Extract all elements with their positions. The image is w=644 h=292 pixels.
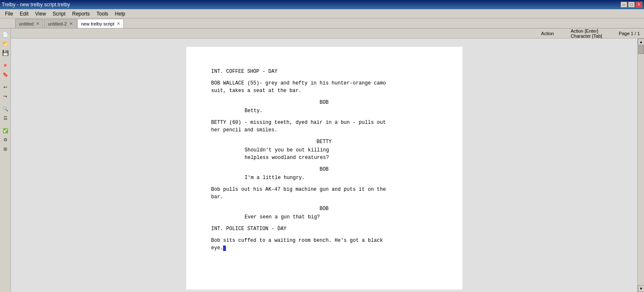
menu-script[interactable]: Script bbox=[49, 10, 69, 18]
menu-tools[interactable]: Tools bbox=[93, 10, 112, 18]
dialogue-bob-2: I'm a little hungry. bbox=[245, 174, 404, 182]
tab-label: untitled-2 bbox=[48, 21, 67, 26]
tab-label: untitled bbox=[19, 21, 33, 26]
toolbar-check-btn[interactable]: ✅ bbox=[1, 126, 10, 135]
toolbar-list-btn[interactable]: ☰ bbox=[1, 114, 10, 122]
right-scrollbar[interactable]: ▲ ▼ bbox=[637, 38, 644, 292]
hint-label: Action [Enter] Character [Tab] bbox=[571, 28, 602, 38]
tab-untitled-2[interactable]: untitled-2 ✕ bbox=[44, 19, 76, 28]
menu-bar: File Edit View Script Reports Tools Help bbox=[0, 9, 644, 18]
action-4: Bob sits cuffed to a waiting room bench.… bbox=[211, 237, 437, 252]
action-2: BETTY (60) - missing teeth, dyed hair in… bbox=[211, 119, 437, 134]
scroll-track[interactable] bbox=[638, 45, 644, 285]
menu-edit[interactable]: Edit bbox=[16, 10, 32, 18]
dialogue-bob-1: Betty. bbox=[245, 107, 404, 115]
tab-new-trelby-script[interactable]: new trelby script ✕ bbox=[77, 19, 124, 28]
character-bob-3: BOB bbox=[211, 205, 437, 213]
left-toolbar: 📄 📂 💾 ✕ 🔖 ↩ ↪ 🔍 ☰ ✅ ⚙ ⊞ bbox=[0, 28, 11, 292]
close-button[interactable]: ✕ bbox=[636, 2, 642, 8]
character-bob-1: BOB bbox=[211, 99, 437, 106]
tab-label: new trelby script bbox=[81, 21, 114, 26]
menu-help[interactable]: Help bbox=[112, 10, 129, 18]
minimize-button[interactable]: ─ bbox=[621, 2, 627, 8]
menu-file[interactable]: File bbox=[2, 10, 16, 18]
toolbar-new-btn[interactable]: 📄 bbox=[1, 30, 10, 38]
title-bar: Trelby - new trelby script.trelby ─ □ ✕ bbox=[0, 0, 644, 9]
title-bar-text: Trelby - new trelby script.trelby bbox=[2, 2, 70, 8]
top-status-bar: Action Action [Enter] Character [Tab] Pa… bbox=[11, 28, 644, 38]
menu-view[interactable]: View bbox=[32, 10, 49, 18]
scroll-up-arrow[interactable]: ▲ bbox=[638, 38, 644, 45]
toolbar-settings-btn[interactable]: ⚙ bbox=[1, 136, 10, 144]
element-type-label: Action bbox=[541, 31, 554, 36]
dialogue-bob-3: Ever seen a gun that big? bbox=[245, 213, 404, 221]
title-bar-controls: ─ □ ✕ bbox=[621, 2, 642, 8]
tab-close-new-trelby-script[interactable]: ✕ bbox=[117, 22, 120, 26]
action-1: BOB WALLACE (55)- grey and hefty in his … bbox=[211, 79, 437, 95]
page-info-label: Page 1 / 1 bbox=[619, 31, 640, 36]
character-betty-1: BETTY bbox=[211, 138, 437, 146]
toolbar-bookmark-btn[interactable]: 🔖 bbox=[1, 70, 10, 79]
scroll-down-arrow[interactable]: ▼ bbox=[638, 285, 644, 292]
toolbar-open-btn[interactable]: 📂 bbox=[1, 39, 10, 48]
character-bob-2: BOB bbox=[211, 166, 437, 173]
scroll-thumb[interactable] bbox=[638, 46, 644, 54]
toolbar-search-btn[interactable]: 🔍 bbox=[1, 105, 10, 113]
script-container[interactable]: INT. COFFEE SHOP - DAY BOB WALLACE (55)-… bbox=[11, 38, 637, 292]
toolbar-grid-btn[interactable]: ⊞ bbox=[1, 145, 10, 153]
toolbar-undo-btn[interactable]: ↩ bbox=[1, 83, 10, 91]
main-layout: 📄 📂 💾 ✕ 🔖 ↩ ↪ 🔍 ☰ ✅ ⚙ ⊞ Action Action [E… bbox=[0, 28, 644, 292]
scene-heading-1: INT. COFFEE SHOP - DAY bbox=[211, 68, 437, 75]
dialogue-betty-1: Shouldn't you be out killinghelpless woo… bbox=[245, 146, 404, 161]
text-cursor bbox=[223, 246, 226, 251]
tab-close-untitled-2[interactable]: ✕ bbox=[69, 22, 73, 26]
tab-bar: untitled ✕ untitled-2 ✕ new trelby scrip… bbox=[0, 18, 644, 28]
maximize-button[interactable]: □ bbox=[628, 2, 635, 8]
scene-heading-2: INT. POLICE STATION - DAY bbox=[211, 225, 437, 233]
toolbar-redo-btn[interactable]: ↪ bbox=[1, 92, 10, 100]
script-page[interactable]: INT. COFFEE SHOP - DAY BOB WALLACE (55)-… bbox=[186, 47, 462, 289]
script-area: Action Action [Enter] Character [Tab] Pa… bbox=[11, 28, 644, 292]
action-3: Bob pulls out his AK-47 big machine gun … bbox=[211, 186, 437, 201]
tab-untitled[interactable]: untitled ✕ bbox=[15, 19, 43, 28]
toolbar-save-btn[interactable]: 💾 bbox=[1, 49, 10, 57]
tab-close-untitled[interactable]: ✕ bbox=[36, 22, 39, 26]
menu-reports[interactable]: Reports bbox=[69, 10, 93, 18]
toolbar-delete-btn[interactable]: ✕ bbox=[1, 61, 10, 69]
